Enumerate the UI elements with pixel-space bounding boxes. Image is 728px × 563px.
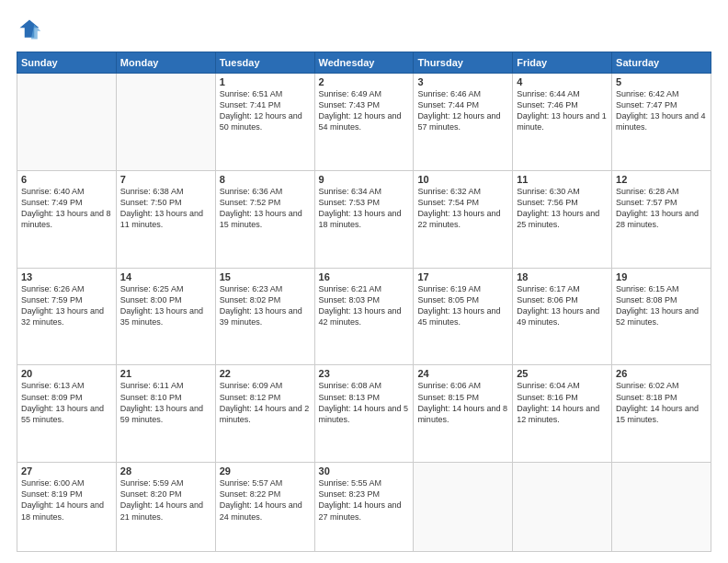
day-info: Sunrise: 6:49 AM Sunset: 7:43 PM Dayligh… xyxy=(319,88,410,133)
calendar-week-0: 1Sunrise: 6:51 AM Sunset: 7:41 PM Daylig… xyxy=(17,74,711,171)
calendar-cell xyxy=(612,463,711,552)
day-info: Sunrise: 6:34 AM Sunset: 7:53 PM Dayligh… xyxy=(319,186,410,231)
day-info: Sunrise: 6:38 AM Sunset: 7:50 PM Dayligh… xyxy=(120,186,211,231)
logo xyxy=(17,17,46,42)
calendar-cell: 24Sunrise: 6:06 AM Sunset: 8:15 PM Dayli… xyxy=(414,365,513,463)
day-number: 3 xyxy=(417,76,508,87)
day-info: Sunrise: 6:42 AM Sunset: 7:47 PM Dayligh… xyxy=(616,88,707,133)
day-info: Sunrise: 6:32 AM Sunset: 7:54 PM Dayligh… xyxy=(417,186,508,231)
calendar-cell xyxy=(17,74,117,171)
day-number: 11 xyxy=(517,174,608,185)
day-number: 19 xyxy=(616,271,707,282)
page: SundayMondayTuesdayWednesdayThursdayFrid… xyxy=(0,0,728,563)
day-number: 25 xyxy=(517,368,608,379)
calendar-cell: 25Sunrise: 6:04 AM Sunset: 8:16 PM Dayli… xyxy=(513,365,612,463)
day-number: 29 xyxy=(220,465,311,477)
day-info: Sunrise: 6:15 AM Sunset: 8:08 PM Dayligh… xyxy=(616,283,707,328)
day-info: Sunrise: 6:11 AM Sunset: 8:10 PM Dayligh… xyxy=(120,380,211,425)
day-number: 22 xyxy=(220,368,311,379)
calendar-cell: 13Sunrise: 6:26 AM Sunset: 7:59 PM Dayli… xyxy=(17,268,117,365)
calendar-cell xyxy=(414,463,513,552)
day-info: Sunrise: 6:44 AM Sunset: 7:46 PM Dayligh… xyxy=(517,88,608,133)
day-number: 8 xyxy=(220,174,311,185)
calendar-cell: 8Sunrise: 6:36 AM Sunset: 7:52 PM Daylig… xyxy=(215,170,314,268)
logo-icon xyxy=(17,17,42,42)
day-number: 5 xyxy=(616,76,707,87)
calendar-cell: 11Sunrise: 6:30 AM Sunset: 7:56 PM Dayli… xyxy=(513,170,612,268)
calendar-cell: 4Sunrise: 6:44 AM Sunset: 7:46 PM Daylig… xyxy=(513,74,612,171)
header xyxy=(17,17,711,42)
calendar-cell: 23Sunrise: 6:08 AM Sunset: 8:13 PM Dayli… xyxy=(314,365,414,463)
calendar-cell: 26Sunrise: 6:02 AM Sunset: 8:18 PM Dayli… xyxy=(612,365,711,463)
calendar-cell: 14Sunrise: 6:25 AM Sunset: 8:00 PM Dayli… xyxy=(116,268,215,365)
day-info: Sunrise: 6:26 AM Sunset: 7:59 PM Dayligh… xyxy=(21,283,112,328)
calendar-cell: 27Sunrise: 6:00 AM Sunset: 8:19 PM Dayli… xyxy=(17,463,117,552)
calendar-week-1: 6Sunrise: 6:40 AM Sunset: 7:49 PM Daylig… xyxy=(17,170,711,268)
day-number: 7 xyxy=(120,174,211,185)
day-number: 21 xyxy=(120,368,211,379)
day-info: Sunrise: 6:51 AM Sunset: 7:41 PM Dayligh… xyxy=(220,88,311,133)
day-info: Sunrise: 6:25 AM Sunset: 8:00 PM Dayligh… xyxy=(120,283,211,328)
calendar-cell xyxy=(116,74,215,171)
day-number: 4 xyxy=(517,76,608,87)
day-number: 13 xyxy=(21,271,112,282)
day-number: 9 xyxy=(319,174,410,185)
day-number: 1 xyxy=(220,76,311,87)
calendar-cell: 1Sunrise: 6:51 AM Sunset: 7:41 PM Daylig… xyxy=(215,74,314,171)
col-header-friday: Friday xyxy=(513,52,612,74)
day-info: Sunrise: 5:59 AM Sunset: 8:20 PM Dayligh… xyxy=(120,477,211,523)
calendar-cell: 15Sunrise: 6:23 AM Sunset: 8:02 PM Dayli… xyxy=(215,268,314,365)
calendar-table: SundayMondayTuesdayWednesdayThursdayFrid… xyxy=(17,52,711,552)
day-info: Sunrise: 6:13 AM Sunset: 8:09 PM Dayligh… xyxy=(21,380,112,425)
calendar-cell: 30Sunrise: 5:55 AM Sunset: 8:23 PM Dayli… xyxy=(314,463,414,552)
calendar-cell: 5Sunrise: 6:42 AM Sunset: 7:47 PM Daylig… xyxy=(612,74,711,171)
day-info: Sunrise: 6:36 AM Sunset: 7:52 PM Dayligh… xyxy=(220,186,311,231)
calendar-cell: 16Sunrise: 6:21 AM Sunset: 8:03 PM Dayli… xyxy=(314,268,414,365)
calendar-cell: 21Sunrise: 6:11 AM Sunset: 8:10 PM Dayli… xyxy=(116,365,215,463)
calendar-week-2: 13Sunrise: 6:26 AM Sunset: 7:59 PM Dayli… xyxy=(17,268,711,365)
calendar-cell: 19Sunrise: 6:15 AM Sunset: 8:08 PM Dayli… xyxy=(612,268,711,365)
day-number: 2 xyxy=(319,76,410,87)
day-info: Sunrise: 6:30 AM Sunset: 7:56 PM Dayligh… xyxy=(517,186,608,231)
col-header-wednesday: Wednesday xyxy=(314,52,414,74)
col-header-sunday: Sunday xyxy=(17,52,117,74)
day-number: 20 xyxy=(21,368,112,379)
day-number: 26 xyxy=(616,368,707,379)
day-info: Sunrise: 6:04 AM Sunset: 8:16 PM Dayligh… xyxy=(517,380,608,425)
day-number: 23 xyxy=(319,368,410,379)
day-info: Sunrise: 6:28 AM Sunset: 7:57 PM Dayligh… xyxy=(616,186,707,231)
col-header-monday: Monday xyxy=(116,52,215,74)
day-info: Sunrise: 6:21 AM Sunset: 8:03 PM Dayligh… xyxy=(319,283,410,328)
day-number: 30 xyxy=(319,465,410,477)
calendar-cell: 28Sunrise: 5:59 AM Sunset: 8:20 PM Dayli… xyxy=(116,463,215,552)
calendar-cell: 22Sunrise: 6:09 AM Sunset: 8:12 PM Dayli… xyxy=(215,365,314,463)
day-number: 10 xyxy=(417,174,508,185)
day-number: 14 xyxy=(120,271,211,282)
day-number: 27 xyxy=(21,465,112,477)
calendar-cell: 18Sunrise: 6:17 AM Sunset: 8:06 PM Dayli… xyxy=(513,268,612,365)
day-number: 12 xyxy=(616,174,707,185)
calendar-cell: 3Sunrise: 6:46 AM Sunset: 7:44 PM Daylig… xyxy=(414,74,513,171)
calendar-cell xyxy=(513,463,612,552)
day-info: Sunrise: 6:40 AM Sunset: 7:49 PM Dayligh… xyxy=(21,186,112,231)
day-info: Sunrise: 6:46 AM Sunset: 7:44 PM Dayligh… xyxy=(417,88,508,133)
day-info: Sunrise: 6:17 AM Sunset: 8:06 PM Dayligh… xyxy=(517,283,608,328)
day-info: Sunrise: 6:06 AM Sunset: 8:15 PM Dayligh… xyxy=(417,380,508,425)
day-number: 28 xyxy=(120,465,211,477)
calendar-cell: 29Sunrise: 5:57 AM Sunset: 8:22 PM Dayli… xyxy=(215,463,314,552)
day-info: Sunrise: 5:57 AM Sunset: 8:22 PM Dayligh… xyxy=(220,477,311,523)
col-header-saturday: Saturday xyxy=(612,52,711,74)
day-info: Sunrise: 6:08 AM Sunset: 8:13 PM Dayligh… xyxy=(319,380,410,425)
day-info: Sunrise: 6:00 AM Sunset: 8:19 PM Dayligh… xyxy=(21,477,112,523)
day-info: Sunrise: 6:19 AM Sunset: 8:05 PM Dayligh… xyxy=(417,283,508,328)
col-header-thursday: Thursday xyxy=(414,52,513,74)
calendar-cell: 2Sunrise: 6:49 AM Sunset: 7:43 PM Daylig… xyxy=(314,74,414,171)
day-number: 16 xyxy=(319,271,410,282)
day-info: Sunrise: 5:55 AM Sunset: 8:23 PM Dayligh… xyxy=(319,477,410,523)
day-number: 18 xyxy=(517,271,608,282)
calendar-cell: 20Sunrise: 6:13 AM Sunset: 8:09 PM Dayli… xyxy=(17,365,117,463)
calendar-cell: 10Sunrise: 6:32 AM Sunset: 7:54 PM Dayli… xyxy=(414,170,513,268)
day-info: Sunrise: 6:02 AM Sunset: 8:18 PM Dayligh… xyxy=(616,380,707,425)
day-number: 15 xyxy=(220,271,311,282)
calendar-cell: 7Sunrise: 6:38 AM Sunset: 7:50 PM Daylig… xyxy=(116,170,215,268)
